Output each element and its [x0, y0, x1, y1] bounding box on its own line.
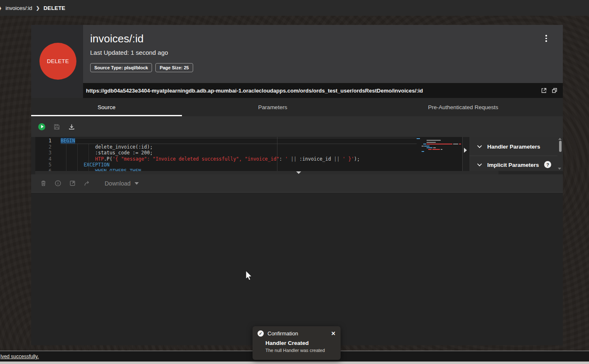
success-check-icon: ✓: [258, 330, 264, 337]
line-number: 3: [35, 150, 61, 156]
tab-parameters[interactable]: Parameters: [182, 98, 363, 116]
minimap-line: [459, 144, 461, 144]
handler-parameters-section[interactable]: Handler Parameters: [469, 140, 557, 153]
tab-source-label: Source: [98, 104, 115, 110]
mouse-cursor: [245, 271, 254, 283]
copy-icon: [551, 87, 558, 94]
download-label: Download: [105, 180, 130, 187]
minimap-line: [423, 144, 426, 144]
code-token: ': [285, 156, 288, 162]
panel-expander-arrow[interactable]: [464, 148, 467, 153]
trash-icon: [40, 180, 47, 187]
delete-result-button[interactable]: [40, 180, 47, 187]
panel-divider: [469, 156, 557, 156]
chevron-right-icon: ❯: [0, 5, 2, 11]
minimap[interactable]: [416, 137, 462, 171]
code-token: ||: [331, 156, 343, 162]
info-button[interactable]: [54, 180, 61, 187]
chevron-right-icon: ❯: [36, 5, 40, 11]
handler-url-text: https://gdb04a5423e3404-myatplearningdb.…: [86, 88, 540, 94]
last-updated-text: Last Updated: 1 second ago: [90, 49, 563, 56]
panel-scrollbar-thumb[interactable]: [559, 141, 562, 152]
line-number: 6: [35, 168, 61, 171]
line-number: 4: [35, 156, 61, 162]
minimap-line: [427, 147, 432, 148]
minimap-line: [432, 149, 440, 150]
external-link-icon: [69, 180, 76, 187]
toast-close-button[interactable]: ✕: [331, 330, 336, 337]
results-toolbar: Download: [31, 174, 563, 193]
download-icon: [68, 123, 75, 130]
handler-card: DELETE invoices/:id Last Updated: 1 seco…: [31, 25, 563, 345]
handler-tabs: Source Parameters Pre-Authenticated Requ…: [31, 98, 563, 116]
save-button[interactable]: [53, 123, 60, 130]
code-token: :invoice_id: [299, 156, 331, 162]
minimap-line: [427, 144, 452, 144]
handler-parameters-label: Handler Parameters: [487, 144, 540, 150]
code-token: :: [279, 156, 285, 162]
method-panel: DELETE: [31, 25, 83, 98]
tab-pre-authenticated-requests[interactable]: Pre-Authenticated Requests: [363, 98, 563, 116]
external-link-icon: [540, 87, 547, 94]
page-title: invoices/:id: [90, 32, 563, 45]
code-token: );: [354, 156, 360, 162]
chevron-down-icon: [477, 163, 482, 167]
minimap-line: [441, 149, 442, 150]
kebab-menu-icon[interactable]: [543, 35, 549, 43]
open-result-button[interactable]: [69, 180, 76, 187]
status-message-link[interactable]: lved successfully.: [0, 354, 39, 359]
download-dropdown[interactable]: Download: [105, 180, 139, 187]
minimap-line: [427, 140, 441, 141]
minimap-line: [422, 146, 424, 147]
share-button[interactable]: [83, 180, 91, 187]
minimap-line: [428, 149, 432, 150]
save-icon: [53, 123, 60, 130]
chevron-down-icon: [135, 182, 139, 185]
help-icon[interactable]: ?: [544, 161, 551, 168]
page-size-badge: Page Size: 25: [155, 63, 193, 72]
code-token: WHEN OTHERS THEN: [61, 168, 141, 171]
download-source-button[interactable]: [68, 123, 75, 130]
editor-resize-strip: [35, 171, 498, 174]
open-url-button[interactable]: [540, 87, 547, 94]
bottom-edge-strip: [0, 362, 589, 364]
play-icon: [41, 125, 44, 128]
code-token: ' }': [343, 156, 354, 162]
breadcrumb-item-invoices[interactable]: invoices/:id: [5, 5, 32, 11]
line-number: 1: [35, 138, 61, 144]
implicit-parameters-label: Implicit Parameters: [487, 162, 539, 168]
code-token: BEGIN: [61, 138, 75, 144]
toast-title: Handler Created: [265, 340, 341, 346]
share-icon: [83, 180, 91, 187]
tab-source[interactable]: Source: [31, 98, 182, 116]
confirmation-toast: ✓ Confirmation ✕ Handler Created The nul…: [253, 326, 341, 360]
url-bar: https://gdb04a5423e3404-myatplearningdb.…: [83, 83, 563, 98]
chevron-down-icon: [477, 144, 482, 149]
code-token: HTP: [95, 156, 104, 162]
minimap-line: [433, 147, 436, 148]
scroll-up-arrow[interactable]: [558, 138, 562, 140]
toast-message: The null Handler was created: [265, 348, 341, 353]
handler-header: invoices/:id Last Updated: 1 second ago …: [83, 25, 563, 83]
line-number-gutter: 123456: [35, 138, 61, 171]
code-line[interactable]: BEGIN: [61, 138, 417, 144]
breadcrumb-item-delete: DELETE: [44, 5, 65, 11]
code-token: [61, 156, 95, 162]
line-number: 2: [35, 144, 61, 150]
code-token: :status_code := 200;: [61, 150, 153, 156]
info-icon: [54, 180, 61, 187]
code-token: '{ "message": "Invoice deleted successfu…: [113, 156, 280, 162]
minimap-line: [417, 138, 420, 139]
implicit-parameters-section[interactable]: Implicit Parameters ?: [469, 159, 557, 171]
scroll-down-arrow[interactable]: [558, 168, 561, 170]
editor-collapse-handle[interactable]: [296, 171, 301, 174]
copy-url-button[interactable]: [551, 87, 558, 94]
code-token: ||: [288, 156, 299, 162]
tab-preauth-label: Pre-Authenticated Requests: [428, 104, 498, 110]
code-token: EXCEPTION: [61, 162, 110, 168]
toast-type-label: Confirmation: [268, 330, 331, 337]
code-editor[interactable]: 123456 BEGIN delete_invoice(:id); :statu…: [35, 137, 498, 171]
minimap-line: [424, 146, 429, 147]
run-button[interactable]: [38, 123, 45, 130]
breadcrumb: ❯ invoices/:id ❯ DELETE: [0, 0, 589, 16]
